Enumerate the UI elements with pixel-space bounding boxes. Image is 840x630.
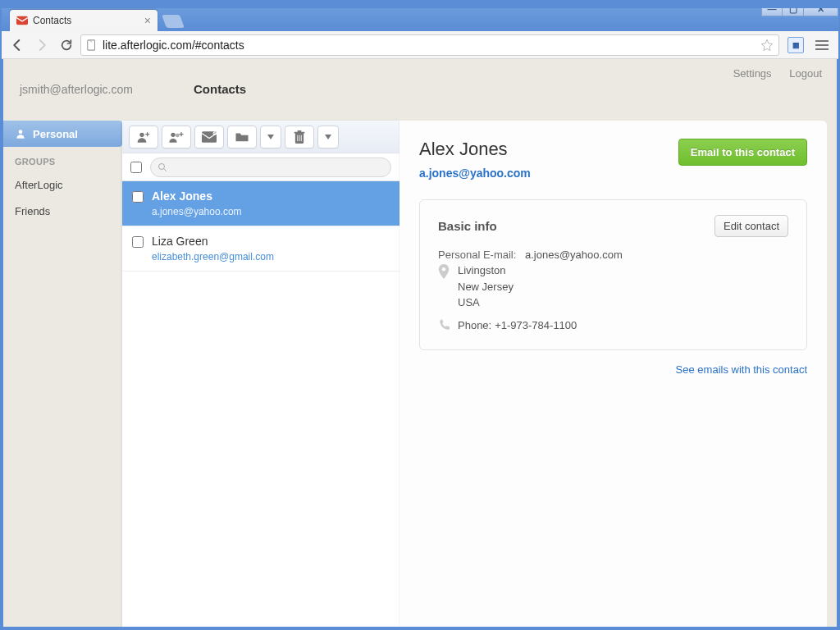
svg-rect-0 [16,16,28,25]
settings-link[interactable]: Settings [733,67,772,80]
url-bar[interactable]: lite.afterlogic.com/#contacts [80,34,779,56]
select-all-checkbox[interactable] [130,162,142,173]
email-contact-button[interactable]: Email to this contact [678,139,807,166]
contacts-toolbar [122,121,399,153]
contact-email: a.jones@yahoo.com [152,206,242,217]
logout-link[interactable]: Logout [789,67,822,80]
contact-name: Alex Jones [152,189,242,203]
delete-button[interactable] [285,126,314,148]
extension-icon[interactable]: ▦ [788,37,804,53]
search-icon [158,162,167,172]
sidebar-item-friends[interactable]: Friends [3,198,122,224]
svg-point-9 [442,267,446,272]
address-state: New Jersey [458,279,514,295]
contact-row[interactable]: Alex Jones a.jones@yahoo.com [122,181,399,226]
detail-contact-email[interactable]: a.jones@yahoo.com [419,167,531,180]
address-city: Livingston [458,262,514,279]
contact-checkbox[interactable] [132,191,144,203]
contact-row[interactable]: Liza Green elizabeth.green@gmail.com [122,226,399,272]
groups-header: GROUPS [3,147,122,171]
more-dropdown-button[interactable] [317,126,339,148]
see-emails-link[interactable]: See emails with this contact [676,363,807,376]
sidebar-item-label: Friends [15,205,50,217]
browser-tab[interactable]: Contacts × [10,10,158,31]
nav-reload-button[interactable] [56,34,77,56]
contact-checkbox[interactable] [132,236,144,248]
hamburger-menu-icon[interactable] [810,34,833,56]
star-icon[interactable] [760,39,774,52]
add-group-button[interactable] [162,126,191,148]
contact-email: elizabeth.green@gmail.com [152,251,274,262]
page-icon [86,39,98,51]
search-input[interactable] [150,158,391,177]
current-user-email: jsmith@afterlogic.com [20,83,184,96]
sidebar-item-label: AfterLogic [15,179,63,191]
personal-email-value: a.jones@yahoo.com [525,249,623,261]
sidebar: Personal GROUPS AfterLogic Friends [3,121,122,627]
mail-icon [16,15,28,26]
phone-label: Phone: [458,319,491,331]
nav-back-button[interactable] [7,34,28,56]
svg-point-5 [176,133,180,137]
sidebar-item-personal[interactable]: Personal [3,121,122,147]
svg-point-3 [139,132,144,136]
phone-value: +1-973-784-1100 [495,319,577,331]
svg-point-2 [19,130,23,134]
page-title: Contacts [194,82,246,96]
close-icon[interactable]: × [144,14,151,27]
person-icon [15,128,26,139]
new-tab-button[interactable] [162,15,185,28]
sidebar-item-label: Personal [33,128,78,140]
contact-detail-panel: Alex Jones a.jones@yahoo.com Email to th… [399,121,827,627]
nav-forward-button[interactable] [31,34,52,56]
folder-dropdown-button[interactable] [260,126,281,148]
edit-contact-button[interactable]: Edit contact [714,215,788,237]
contact-list-panel: Alex Jones a.jones@yahoo.com Liza Green … [122,121,399,627]
basic-info-card: Basic info Edit contact Personal E-mail:… [419,199,807,350]
svg-point-4 [171,132,175,136]
phone-icon [438,319,451,331]
sidebar-item-afterlogic[interactable]: AfterLogic [3,171,122,198]
add-contact-button[interactable] [129,126,158,148]
location-pin-icon [438,264,451,311]
folder-button[interactable] [227,126,257,148]
card-title: Basic info [438,219,497,233]
browser-tab-title: Contacts [33,15,71,26]
personal-email-label: Personal E-mail: [438,249,518,261]
address-country: USA [458,294,514,311]
url-text: lite.afterlogic.com/#contacts [103,39,244,52]
compose-button[interactable] [194,126,224,148]
detail-contact-name: Alex Jones [419,139,531,160]
contact-name: Liza Green [152,235,274,248]
